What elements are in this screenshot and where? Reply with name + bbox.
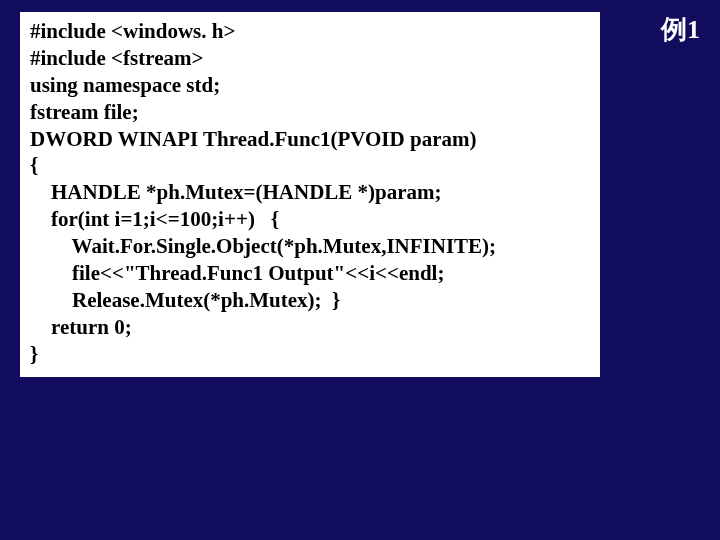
code-line: #include <fstream> [30, 45, 590, 72]
code-line: return 0; [30, 314, 590, 341]
code-line: Release.Mutex(*ph.Mutex); } [30, 287, 590, 314]
code-line: file<<"Thread.Func1 Output"<<i<<endl; [30, 260, 590, 287]
code-line: Wait.For.Single.Object(*ph.Mutex,INFINIT… [30, 233, 590, 260]
code-line: } [30, 341, 590, 368]
code-block: #include <windows. h> #include <fstream>… [20, 12, 600, 377]
code-line: #include <windows. h> [30, 18, 590, 45]
code-line: for(int i=1;i<=100;i++) { [30, 206, 590, 233]
code-line: HANDLE *ph.Mutex=(HANDLE *)param; [30, 179, 590, 206]
code-line: fstream file; [30, 99, 590, 126]
example-label: 例1 [661, 12, 700, 47]
code-line: DWORD WINAPI Thread.Func1(PVOID param) [30, 126, 590, 153]
code-line: { [30, 152, 590, 179]
code-line: using namespace std; [30, 72, 590, 99]
